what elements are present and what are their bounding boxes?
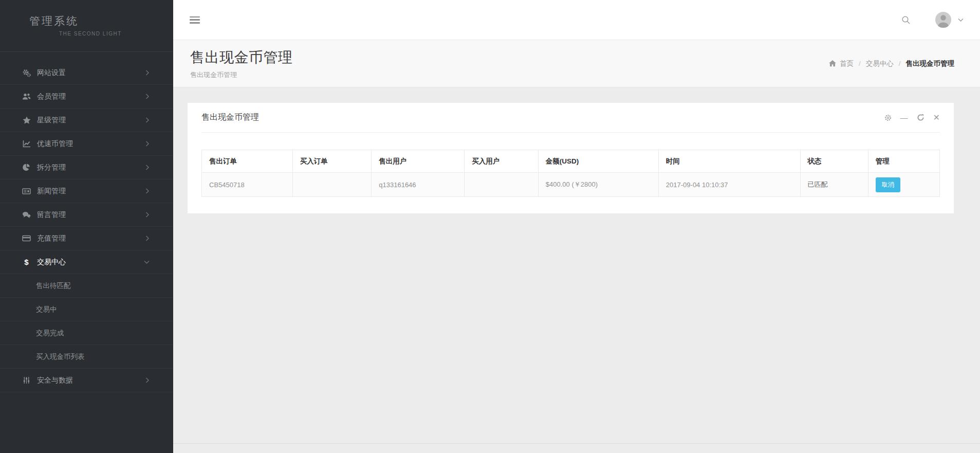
sidebar-item-label: 星级管理 [37, 116, 66, 125]
sidebar-item-label: 交易中 [36, 305, 57, 314]
breadcrumb: 首页 / 交易中心 / 售出现金币管理 [829, 59, 954, 68]
status-badge: 已匹配 [800, 173, 868, 197]
cell-time: 2017-09-04 10:10:37 [658, 173, 800, 197]
panel-tools: — ✕ [884, 114, 940, 122]
sidebar-item-label: 充值管理 [37, 234, 66, 243]
sidebar-item-site-settings[interactable]: 网站设置 [0, 61, 173, 85]
sidebar-item-news-mgmt[interactable]: 新闻管理 [0, 179, 173, 203]
cell-amount: $400.00 (￥2800) [538, 173, 658, 197]
chevron-down-icon [144, 260, 150, 264]
sidebar-item-label: 安全与数据 [37, 376, 73, 385]
page-title-block: 售出现金币管理 售出现金币管理 [190, 48, 293, 80]
sidebar-item-label: 优速币管理 [37, 139, 73, 149]
gear-icon[interactable] [884, 114, 892, 121]
main-area: 售出现金币管理 售出现金币管理 首页 / 交易中心 / 售出现金币管理 售出现金… [173, 0, 980, 453]
chevron-right-icon [145, 94, 150, 99]
chevron-right-icon [145, 188, 150, 194]
pie-chart-icon [22, 164, 31, 172]
sidebar-item-label: 新闻管理 [37, 187, 66, 196]
credit-card-icon [22, 234, 31, 243]
sidebar-item-label: 留言管理 [37, 210, 66, 220]
topbar-right [901, 12, 964, 28]
content: 售出现金币管理 — ✕ [173, 87, 980, 443]
cell-sell-user: q133161646 [372, 173, 465, 197]
breadcrumb-trade-center[interactable]: 交易中心 [866, 59, 894, 68]
breadcrumb-separator: / [899, 60, 901, 67]
sidebar-item-coin-mgmt[interactable]: 优速币管理 [0, 132, 173, 156]
sidebar-submenu-trade-center: 售出待匹配 交易中 交易完成 买入现金币列表 [0, 274, 173, 369]
sidebar-item-star-mgmt[interactable]: 星级管理 [0, 108, 173, 132]
chevron-right-icon [145, 141, 150, 147]
sidebar-item-member-mgmt[interactable]: 会员管理 [0, 85, 173, 108]
sidebar-toggle-button[interactable] [190, 16, 200, 24]
sidebar-item-label: 交易完成 [36, 329, 64, 338]
col-header-status: 状态 [800, 150, 868, 173]
sidebar-menu: 网站设置 会员管理 星级管理 优速 [0, 61, 173, 392]
col-header-amount: 金额(USD) [538, 150, 658, 173]
line-chart-icon [22, 140, 31, 148]
topbar [173, 0, 980, 40]
chevron-right-icon [145, 70, 150, 76]
dollar-icon: $ [22, 258, 31, 266]
chevron-right-icon [145, 212, 150, 218]
chevron-down-icon[interactable] [958, 18, 964, 22]
table-header-row: 售出订单 买入订单 售出用户 买入用户 金额(USD) 时间 状态 管理 [202, 150, 940, 173]
col-header-time: 时间 [658, 150, 800, 173]
cell-manage: 取消 [868, 173, 939, 197]
sidebar-item-recharge-mgmt[interactable]: 充值管理 [0, 227, 173, 250]
cell-sell-order: CB5450718 [202, 173, 293, 197]
sidebar: 管理系统 THE SECOND LIGHT 网站设置 会员管理 [0, 0, 173, 453]
collapse-icon[interactable]: — [900, 114, 908, 121]
page-subtitle: 售出现金币管理 [190, 70, 293, 80]
sliders-icon [22, 376, 31, 385]
sidebar-item-label: 售出待匹配 [36, 281, 71, 291]
close-icon[interactable]: ✕ [933, 114, 940, 122]
search-icon[interactable] [901, 15, 911, 25]
sidebar-item-split-mgmt[interactable]: 拆分管理 [0, 156, 173, 179]
col-header-manage: 管理 [868, 150, 939, 173]
page-title: 售出现金币管理 [190, 48, 293, 67]
sidebar-item-trade-complete[interactable]: 交易完成 [0, 321, 173, 345]
breadcrumb-current: 售出现金币管理 [906, 59, 955, 68]
avatar[interactable] [935, 12, 951, 28]
sidebar-item-trade-center[interactable]: $ 交易中心 [0, 250, 173, 274]
users-icon [22, 93, 31, 101]
sidebar-item-label: 会员管理 [37, 92, 66, 101]
star-icon [22, 116, 31, 124]
app-root: 管理系统 THE SECOND LIGHT 网站设置 会员管理 [0, 0, 980, 453]
sidebar-item-security-data[interactable]: 安全与数据 [0, 369, 173, 392]
sidebar-item-label: 交易中心 [37, 258, 66, 267]
page-header: 售出现金币管理 售出现金币管理 首页 / 交易中心 / 售出现金币管理 [173, 40, 980, 87]
refresh-icon[interactable] [917, 114, 924, 121]
sidebar-item-label: 拆分管理 [37, 163, 66, 172]
chevron-right-icon [145, 165, 150, 170]
chevron-right-icon [145, 117, 150, 123]
sidebar-item-message-mgmt[interactable]: 留言管理 [0, 203, 173, 227]
footer [173, 443, 980, 453]
logo: 管理系统 THE SECOND LIGHT [0, 0, 173, 52]
panel-title: 售出现金币管理 [201, 112, 259, 123]
col-header-sell-user: 售出用户 [372, 150, 465, 173]
gears-icon [22, 69, 31, 77]
sidebar-item-label: 网站设置 [37, 68, 66, 78]
comments-icon [22, 211, 31, 219]
sidebar-item-buy-cash-coin-list[interactable]: 买入现金币列表 [0, 345, 173, 369]
logo-subtitle: THE SECOND LIGHT [59, 31, 173, 37]
col-header-buy-user: 买入用户 [465, 150, 539, 173]
table-row: CB5450718 q133161646 $400.00 (￥2800) 201… [202, 173, 940, 197]
newspaper-icon [22, 187, 31, 195]
breadcrumb-home[interactable]: 首页 [840, 59, 854, 68]
sidebar-item-trading[interactable]: 交易中 [0, 298, 173, 321]
cancel-button[interactable]: 取消 [876, 177, 900, 192]
col-header-sell-order: 售出订单 [202, 150, 293, 173]
orders-table: 售出订单 买入订单 售出用户 买入用户 金额(USD) 时间 状态 管理 [201, 150, 940, 197]
logo-title: 管理系统 [29, 14, 173, 28]
sidebar-item-sell-pending-match[interactable]: 售出待匹配 [0, 274, 173, 298]
cell-buy-user [465, 173, 539, 197]
col-header-buy-order: 买入订单 [292, 150, 372, 173]
panel-sell-cash-coin: 售出现金币管理 — ✕ [188, 103, 954, 213]
sidebar-item-label: 买入现金币列表 [36, 352, 85, 361]
breadcrumb-separator: / [859, 60, 861, 67]
panel-heading: 售出现金币管理 — ✕ [201, 103, 940, 133]
chevron-right-icon [145, 235, 150, 241]
